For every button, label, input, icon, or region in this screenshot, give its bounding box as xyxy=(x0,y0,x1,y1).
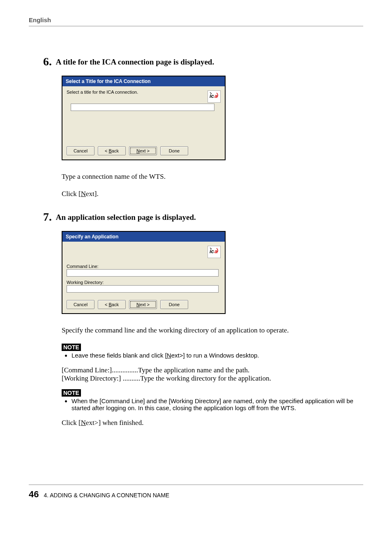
step6-instruction-2: Click [Next]. xyxy=(62,190,363,198)
command-line-definition: [Command Line:]...............Type the a… xyxy=(62,366,363,374)
step-7: 7. An application selection page is disp… xyxy=(62,210,363,427)
svg-text:a: a xyxy=(214,248,217,254)
select-title-dialog: Select a Title for the ICA Connection Se… xyxy=(62,76,226,160)
svg-text:a: a xyxy=(214,93,217,99)
svg-text:ic: ic xyxy=(210,248,214,254)
note-1-list: Leave these fields blank and click [Next… xyxy=(62,352,363,359)
step-7-heading: 7. An application selection page is disp… xyxy=(43,210,363,224)
back-button[interactable]: < Back xyxy=(98,146,126,155)
dialog-button-row: Cancel < Back Next > Done xyxy=(62,143,225,159)
note-2-item: When the [Command Line] and the [Working… xyxy=(71,397,363,411)
page-number: 46 xyxy=(29,489,39,500)
note-label-1: NOTE xyxy=(62,344,81,351)
cancel-button[interactable]: Cancel xyxy=(67,300,95,309)
step-7-number: 7. xyxy=(43,210,52,223)
dialog-title: Specify an Application xyxy=(62,232,225,242)
dialog-button-row: Cancel < Back Next > Done xyxy=(62,297,225,313)
note-1-item: Leave these fields blank and click [Next… xyxy=(71,352,363,359)
step-6-number: 6. xyxy=(43,55,52,68)
dialog-title: Select a Title for the ICA Connection xyxy=(62,76,225,86)
ica-icon: ica xyxy=(208,90,221,103)
field-definitions: [Command Line:]...............Type the a… xyxy=(62,366,363,383)
svg-text:ic: ic xyxy=(210,93,214,99)
step-6-heading: 6. A title for the ICA connection page i… xyxy=(43,55,363,68)
step-6-title: A title for the ICA connection page is d… xyxy=(56,58,214,66)
cancel-button[interactable]: Cancel xyxy=(67,146,95,155)
working-directory-input[interactable] xyxy=(67,285,219,293)
command-line-input[interactable] xyxy=(67,269,219,277)
running-header: English xyxy=(29,16,363,26)
working-directory-label: Working Directory: xyxy=(67,280,221,285)
step-7-title: An application selection page is display… xyxy=(56,213,196,222)
step-6: 6. A title for the ICA connection page i… xyxy=(62,55,363,198)
next-button[interactable]: Next > xyxy=(129,300,157,309)
note-2-list: When the [Command Line] and the [Working… xyxy=(62,397,363,411)
next-button[interactable]: Next > xyxy=(129,146,157,155)
dialog-body: Select a title for the ICA connection. i… xyxy=(62,86,225,143)
done-button[interactable]: Done xyxy=(160,146,188,155)
done-button[interactable]: Done xyxy=(160,300,188,309)
footer-chapter: 4. ADDING & CHANGING A CONNETION NAME xyxy=(44,492,169,499)
page-footer: 46 4. ADDING & CHANGING A CONNETION NAME xyxy=(29,485,363,500)
dialog-instruction: Select a title for the ICA connection. xyxy=(67,90,221,95)
step7-final: Click [Next>] when finished. xyxy=(62,419,363,427)
step7-intro: Specify the command line and the working… xyxy=(62,326,363,335)
note-label-2: NOTE xyxy=(62,389,81,397)
working-directory-definition: [Working Directory:] ..........Type the … xyxy=(62,374,363,383)
back-button[interactable]: < Back xyxy=(98,300,126,309)
connection-title-input[interactable] xyxy=(71,104,214,111)
step6-instruction-1: Type a connection name of the WTS. xyxy=(62,173,363,181)
dialog-body: ica Command Line: Working Directory: xyxy=(62,242,225,297)
command-line-label: Command Line: xyxy=(67,264,221,269)
specify-application-dialog: Specify an Application ica Command Line:… xyxy=(62,231,226,314)
ica-icon: ica xyxy=(208,246,221,258)
